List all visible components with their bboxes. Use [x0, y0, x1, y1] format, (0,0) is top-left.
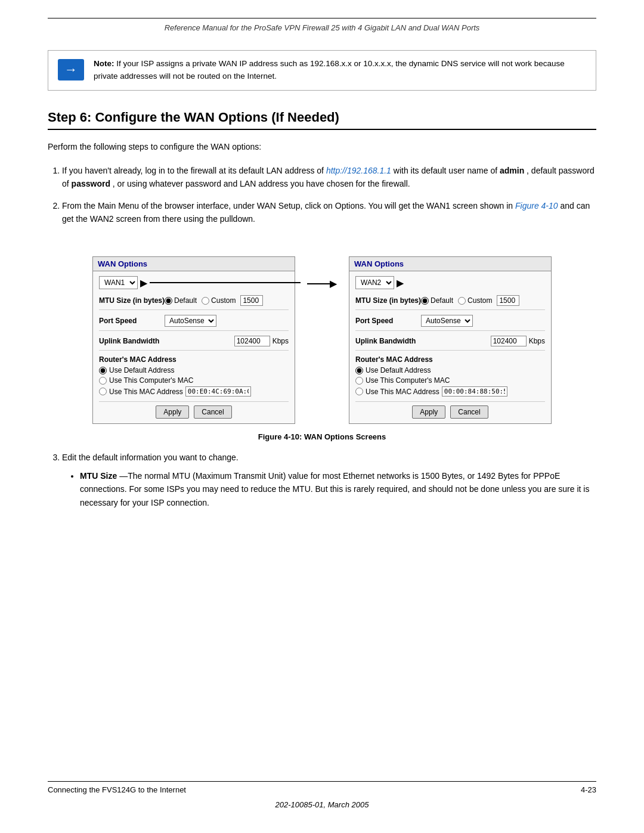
wan2-mtu-row: MTU Size (in bytes) Default Custom 1 — [355, 295, 545, 310]
wan1-mac-default-input[interactable] — [99, 367, 107, 374]
wan1-uplink-label: Uplink Bandwidth — [99, 337, 165, 345]
wan1-mac-custom-input[interactable] — [99, 388, 107, 395]
wan2-mac-value-input[interactable]: 00:00:84:88:50:56 — [442, 386, 507, 397]
wan1-mac-section: Router's MAC Address Use Default Address… — [99, 355, 289, 397]
wan1-body: WAN1 ▶ MTU Size (in bytes) Default — [93, 271, 295, 423]
wan2-mac-default-label: Use Default Address — [366, 366, 431, 374]
wan2-title: WAN Options — [349, 257, 551, 271]
step1-link[interactable]: http://192.168.1.1 — [326, 166, 391, 175]
wan2-select[interactable]: WAN2 — [355, 276, 394, 289]
wan1-panel: WAN Options WAN1 ▶ MTU Size (in bytes) — [92, 256, 295, 424]
wan2-mac-custom-label: Use This MAC Address — [366, 388, 439, 396]
step-1: If you haven't already, log in to the fi… — [62, 164, 596, 191]
footer-left: Connecting the FVS124G to the Internet — [48, 785, 186, 794]
wan2-port-speed-select[interactable]: AutoSense — [421, 315, 473, 327]
wan1-mtu-default-input[interactable] — [165, 297, 172, 305]
wan2-mac-option3: Use This MAC Address 00:00:84:88:50:56 — [355, 386, 545, 397]
wan1-mac-option3: Use This MAC Address 00:E0:4C:69:0A:C8 — [99, 386, 289, 397]
wan1-mac-option1: Use Default Address — [99, 366, 289, 374]
wan1-mtu-default-radio: Default — [165, 296, 197, 305]
wan1-mtu-default-label: Default — [174, 296, 197, 305]
step1-mid1: with its default user name of — [394, 166, 500, 175]
wan2-buttons: Apply Cancel — [355, 401, 545, 419]
step2-link[interactable]: Figure 4-10 — [515, 201, 558, 210]
wan2-body: WAN2 ▶ MTU Size (in bytes) Default — [349, 271, 551, 423]
connector-arrow-icon: ▶ — [330, 279, 337, 289]
bullet-list: MTU Size —The normal MTU (Maximum Transm… — [80, 469, 596, 509]
wan1-uplink-input[interactable]: 102400 — [234, 336, 270, 346]
wan1-uplink-right: 102400 Kbps — [234, 336, 289, 346]
wan2-mac-option1: Use Default Address — [355, 366, 545, 374]
wan1-buttons: Apply Cancel — [99, 401, 289, 419]
bullet-mtu-text: —The normal MTU (Maximum Transmit Unit) … — [80, 471, 589, 507]
wan1-mac-custom-label: Use This MAC Address — [109, 388, 183, 396]
wan2-mac-custom-input[interactable] — [355, 388, 363, 395]
wan1-title: WAN Options — [93, 257, 295, 271]
wan1-select[interactable]: WAN1 — [99, 276, 138, 289]
wan2-port-speed-content: AutoSense — [421, 315, 473, 327]
wan1-arrow: ▶ — [140, 277, 147, 289]
footer-right: 4-23 — [581, 785, 596, 794]
wan2-mtu-custom-radio: Custom — [458, 296, 492, 305]
figure-caption: Figure 4-10: WAN Options Screens — [48, 432, 596, 441]
wan2-mac-default-input[interactable] — [355, 367, 363, 374]
wan2-uplink-input[interactable]: 102400 — [491, 336, 527, 346]
wan2-mtu-label: MTU Size (in bytes) — [355, 296, 421, 305]
wan1-mtu-value-input[interactable]: 1500 — [240, 295, 263, 306]
wan1-apply-button[interactable]: Apply — [156, 405, 189, 419]
wan2-mac-option2: Use This Computer's MAC — [355, 376, 545, 385]
wan1-mac-option2: Use This Computer's MAC — [99, 376, 289, 385]
wan2-mtu-custom-label: Custom — [467, 296, 492, 305]
wan1-mtu-radio-group: Default Custom 1500 — [165, 295, 263, 306]
wan1-port-speed-select[interactable]: AutoSense — [165, 315, 216, 327]
wan1-mtu-custom-radio: Custom — [202, 296, 236, 305]
wan2-panel: WAN Options WAN2 ▶ MTU Size (in bytes) — [349, 256, 552, 424]
wan1-uplink-unit: Kbps — [273, 337, 289, 345]
footer-rule — [48, 781, 596, 782]
wan2-mtu-value-input[interactable]: 1500 — [497, 295, 519, 306]
bullet-mtu: MTU Size —The normal MTU (Maximum Transm… — [80, 469, 596, 509]
wan2-mtu-default-input[interactable] — [421, 297, 429, 305]
step-2: From the Main Menu of the browser interf… — [62, 199, 596, 226]
wan1-mtu-custom-label: Custom — [211, 296, 236, 305]
step1-bold1: admin — [500, 166, 524, 175]
step-3: Edit the default information you want to… — [62, 451, 596, 509]
wan1-mac-value-input[interactable]: 00:E0:4C:69:0A:C8 — [185, 386, 251, 397]
wan2-mtu-radio-group: Default Custom 1500 — [421, 295, 519, 306]
footer-center: 202-10085-01, March 2005 — [48, 800, 596, 809]
wan2-mac-section: Router's MAC Address Use Default Address… — [355, 355, 545, 397]
wan2-mtu-default-radio: Default — [421, 296, 453, 305]
step3-list: Edit the default information you want to… — [62, 451, 596, 518]
wan2-mtu-content: Default Custom 1500 — [421, 295, 519, 306]
wan1-port-speed-row: Port Speed AutoSense — [99, 315, 289, 331]
wan2-mtu-default-label: Default — [431, 296, 453, 305]
wan2-apply-button[interactable]: Apply — [412, 405, 445, 419]
wan1-mac-default-label: Use Default Address — [109, 366, 174, 374]
wan1-mac-computer-label: Use This Computer's MAC — [109, 376, 193, 385]
wan1-port-speed-label: Port Speed — [99, 317, 165, 325]
wan1-select-row: WAN1 ▶ — [99, 276, 289, 289]
step1-before: If you haven't already, log in to the fi… — [62, 166, 326, 175]
wan2-uplink-right: 102400 Kbps — [491, 336, 545, 346]
wan2-mac-computer-input[interactable] — [355, 377, 363, 385]
wan2-arrow: ▶ — [397, 277, 404, 289]
wan1-cancel-button[interactable]: Cancel — [194, 405, 231, 419]
footer-section: Connecting the FVS124G to the Internet 4… — [48, 769, 596, 809]
note-label: Note: — [94, 59, 114, 68]
footer-row: Connecting the FVS124G to the Internet 4… — [48, 785, 596, 794]
wan2-uplink-row: Uplink Bandwidth 102400 Kbps — [355, 336, 545, 351]
wan1-mac-title: Router's MAC Address — [99, 355, 289, 364]
panel-connector: ▶ — [307, 256, 337, 424]
wan2-mac-title: Router's MAC Address — [355, 355, 545, 364]
note-content: If your ISP assigns a private WAN IP add… — [94, 59, 565, 80]
wan2-uplink-label: Uplink Bandwidth — [355, 337, 421, 345]
wan2-port-speed-label: Port Speed — [355, 317, 421, 325]
wan1-mtu-label: MTU Size (in bytes) — [99, 296, 165, 305]
step2-before: From the Main Menu of the browser interf… — [62, 201, 515, 210]
wan1-mac-computer-input[interactable] — [99, 377, 107, 385]
step3-text: Edit the default information you want to… — [62, 453, 239, 462]
wan2-mtu-custom-input[interactable] — [458, 297, 466, 305]
wan1-mtu-custom-input[interactable] — [202, 297, 209, 305]
wan2-cancel-button[interactable]: Cancel — [450, 405, 488, 419]
wan1-mtu-content: Default Custom 1500 — [165, 295, 263, 306]
